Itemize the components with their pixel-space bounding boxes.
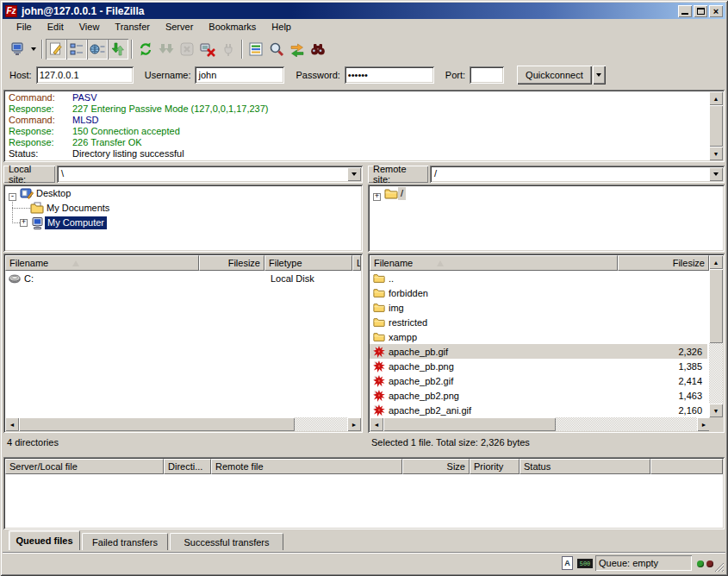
folder-icon <box>372 302 386 314</box>
close-button[interactable]: × <box>709 5 723 17</box>
refresh-button[interactable] <box>135 39 156 59</box>
remote-file-row[interactable]: restricted <box>370 315 707 329</box>
remote-site-dropdown-button[interactable] <box>709 167 723 181</box>
scroll-up-icon[interactable]: ▲ <box>709 91 723 105</box>
host-input[interactable] <box>36 66 134 84</box>
speed-limit-icon: 500 <box>577 559 593 568</box>
column-header-filesize[interactable]: Filesize <box>618 255 709 271</box>
remote-file-row-selected[interactable]: apache_pb.gif2,326 <box>370 344 707 359</box>
column-header-filename[interactable]: Filename <box>370 255 618 271</box>
port-label: Port: <box>445 70 465 80</box>
maximize-button[interactable] <box>694 5 707 17</box>
toggle-local-tree-button[interactable] <box>66 39 87 59</box>
tree-item-desktop[interactable]: - Desktop <box>3 186 73 201</box>
username-input[interactable] <box>195 66 284 84</box>
remote-file-row[interactable]: apache_pb2.gif2,414 <box>370 373 707 388</box>
quickconnect-button[interactable]: Quickconnect <box>517 66 592 85</box>
scrollbar-thumb[interactable] <box>19 417 295 431</box>
column-header-filetype[interactable]: Filetype <box>264 255 352 271</box>
resize-grip[interactable] <box>712 560 725 573</box>
password-input[interactable] <box>345 66 434 84</box>
remote-file-row[interactable]: img <box>370 300 707 315</box>
column-header-server-local-file[interactable]: Server/Local file <box>5 459 164 474</box>
column-header-remote-file[interactable]: Remote file <box>211 459 402 474</box>
menu-help[interactable]: Help <box>264 20 299 34</box>
remote-file-row[interactable]: apache_pb2_ani.gif2,160 <box>370 403 707 417</box>
remote-horizontal-scrollbar[interactable]: ◄ ► <box>370 417 711 431</box>
tab-failed-transfers[interactable]: Failed transfers <box>82 533 168 550</box>
scroll-up-icon[interactable]: ▲ <box>709 255 723 269</box>
remote-file-row[interactable]: .. <box>370 271 707 285</box>
menu-view[interactable]: View <box>72 20 108 34</box>
synchronized-browsing-button[interactable] <box>287 39 308 59</box>
chevron-down-icon <box>596 73 601 77</box>
remote-file-row[interactable]: xampp <box>370 329 707 344</box>
menu-bookmarks[interactable]: Bookmarks <box>201 20 264 34</box>
disconnect-button[interactable] <box>197 39 218 59</box>
toggle-queue-button[interactable] <box>108 39 128 59</box>
menu-transfer[interactable]: Transfer <box>107 20 158 34</box>
column-header-filesize[interactable]: Filesize <box>199 255 264 271</box>
expand-toggle[interactable]: + <box>20 219 28 227</box>
column-header-filename[interactable]: Filename <box>5 255 199 271</box>
remote-site-label: Remote site: <box>368 166 428 183</box>
scrollbar-thumb[interactable] <box>383 417 556 431</box>
tree-connector <box>12 208 30 209</box>
local-horizontal-scrollbar[interactable]: ◄ ► <box>5 417 361 431</box>
tab-successful-transfers[interactable]: Successful transfers <box>170 533 283 550</box>
column-header-last-modified[interactable]: L <box>352 255 361 271</box>
scroll-down-icon[interactable]: ▼ <box>709 147 723 160</box>
quickconnect-dropdown-button[interactable] <box>593 66 606 85</box>
process-queue-button[interactable] <box>156 39 177 59</box>
scroll-left-icon[interactable]: ◄ <box>370 417 383 431</box>
site-manager-button[interactable] <box>7 39 28 59</box>
tree-item-my-documents[interactable]: My Documents <box>30 201 112 216</box>
local-file-row[interactable]: C: Local Disk <box>5 271 358 285</box>
logo-text: Fz <box>6 6 16 16</box>
toggle-remote-tree-button[interactable] <box>87 39 108 59</box>
column-header-direction[interactable]: Directi... <box>164 459 211 474</box>
title-bar[interactable]: Fz john@127.0.0.1 - FileZilla × <box>3 3 725 19</box>
log-vertical-scrollbar[interactable]: ▲ ▼ <box>709 91 723 160</box>
column-header-size[interactable]: Size <box>402 459 470 474</box>
collapse-toggle[interactable]: - <box>9 193 16 201</box>
minimize-button[interactable] <box>678 5 692 17</box>
directory-comparison-button[interactable] <box>266 39 287 59</box>
cancel-operation-button[interactable] <box>177 39 197 59</box>
remote-file-row[interactable]: forbidden <box>370 285 707 300</box>
column-header-priority[interactable]: Priority <box>470 459 520 474</box>
toggle-message-log-button[interactable] <box>46 39 66 59</box>
reconnect-button[interactable] <box>218 39 239 59</box>
local-file-list: Filename Filesize Filetype L C: Local Di… <box>3 254 363 433</box>
tree-item-my-computer[interactable]: + My Computer <box>20 216 107 230</box>
tree-item-root[interactable]: + / <box>368 186 406 201</box>
column-label: Status <box>524 461 551 472</box>
remote-file-row[interactable]: apache_pb2.png1,463 <box>370 388 707 403</box>
menu-bar: File Edit View Transfer Server Bookmarks… <box>3 19 725 35</box>
remote-file-row[interactable]: apache_pb.png1,385 <box>370 359 707 373</box>
expand-toggle[interactable]: + <box>373 193 381 201</box>
find-files-button[interactable] <box>308 39 328 59</box>
scrollbar-track[interactable] <box>709 343 723 404</box>
port-input[interactable] <box>470 66 504 84</box>
tab-queued-files[interactable]: Queued files <box>9 530 80 550</box>
scroll-right-icon[interactable]: ► <box>347 417 361 431</box>
site-manager-dropdown-button[interactable] <box>28 39 39 59</box>
menu-file[interactable]: File <box>9 20 40 34</box>
scrollbar-thumb[interactable] <box>709 269 723 343</box>
local-status-text: 4 directories <box>7 435 59 449</box>
column-header-status[interactable]: Status <box>520 459 650 474</box>
scroll-down-icon[interactable]: ▼ <box>709 404 723 417</box>
scroll-left-icon[interactable]: ◄ <box>5 417 19 431</box>
scrollbar-thumb[interactable] <box>709 105 723 147</box>
remote-site-combobox[interactable]: / <box>430 166 725 183</box>
local-site-combobox[interactable]: \ <box>57 166 363 183</box>
menu-edit[interactable]: Edit <box>40 20 72 34</box>
remote-vertical-scrollbar[interactable]: ▲ ▼ <box>709 255 723 417</box>
local-site-dropdown-button[interactable] <box>347 167 361 181</box>
tab-label: Failed transfers <box>92 537 158 548</box>
menu-server[interactable]: Server <box>158 20 201 34</box>
log-text: 227 Entering Passive Mode (127,0,0,1,17,… <box>72 103 268 115</box>
transfer-queue-icon <box>110 41 126 57</box>
directory-filters-button[interactable] <box>246 39 266 59</box>
